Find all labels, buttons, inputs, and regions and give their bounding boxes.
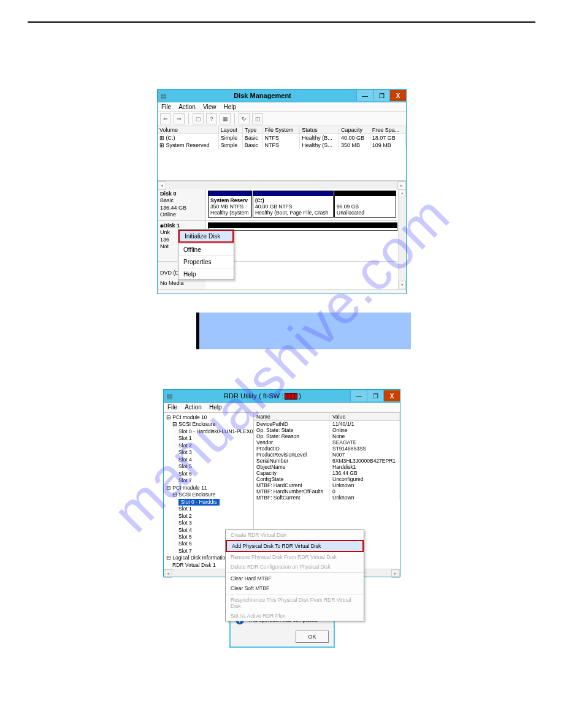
property-row[interactable]: Op. State: ReasonNone — [254, 433, 400, 439]
prop-value: None — [330, 433, 400, 439]
property-row[interactable]: ConfigStateUnconfigured — [254, 476, 400, 482]
property-row[interactable]: ObjectNameHarddisk1 — [254, 464, 400, 470]
scroll-right-icon[interactable]: ▸ — [391, 569, 400, 578]
scroll-left-icon[interactable]: ◂ — [158, 181, 166, 190]
tree-node[interactable]: ⊟ PCI module 11 — [166, 485, 252, 491]
scroll-down-icon[interactable]: ▾ — [399, 281, 406, 289]
property-row[interactable]: ProductRevisionLevelN007 — [254, 452, 400, 458]
col-name[interactable]: Name — [254, 413, 330, 421]
menu-action[interactable]: Action — [185, 404, 202, 411]
vertical-scrollbar[interactable]: ▴ ▾ — [398, 189, 406, 289]
tree-node[interactable]: Slot 6 — [166, 471, 252, 477]
scroll-left-icon[interactable]: ◂ — [164, 569, 172, 578]
disk-size: 136.44 GB — [160, 205, 203, 211]
property-row[interactable]: Capacity136.44 GB — [254, 470, 400, 476]
tree-node[interactable]: Slot 2 — [166, 442, 252, 449]
refresh-icon[interactable]: ↻ — [239, 113, 250, 124]
app-icon: ▤ — [158, 93, 169, 99]
titlebar[interactable]: ▤ RDR Utility ( ft-SW : ) — ❐ X — [164, 390, 400, 403]
col-value[interactable]: Value — [330, 413, 400, 421]
prop-name: DevicePathID — [254, 421, 330, 428]
property-row[interactable]: MTBF: HardNumberOfFaults0 — [254, 488, 400, 495]
property-row[interactable]: DevicePathID11/40/1/1 — [254, 421, 400, 428]
minimize-button[interactable]: — — [350, 390, 367, 401]
scroll-right-icon[interactable]: ▸ — [397, 181, 406, 190]
refresh-icon[interactable]: ? — [206, 113, 217, 124]
disk0-label[interactable]: Disk 0 Basic 136.44 GB Online — [158, 189, 206, 220]
prop-value: 6XM3HL3J0000B427EPR1 — [330, 458, 400, 464]
tree-node[interactable]: Slot 0 - Harddis — [166, 499, 252, 506]
menu-item: Remove Physical Disk From RDR Virtual Di… — [226, 552, 364, 562]
partition-c[interactable]: (C:) 40.00 GB NTFS Healthy (Boot, Page F… — [253, 191, 334, 218]
minimize-button[interactable]: — — [356, 90, 373, 101]
col-layout[interactable]: Layout — [218, 126, 242, 134]
settings-icon[interactable]: ◫ — [252, 113, 263, 124]
maximize-button[interactable]: ❐ — [367, 390, 383, 401]
close-button[interactable]: X — [383, 390, 400, 401]
rdr-context-menu: Create RDR Virtual DiskAdd Physical Disk… — [225, 529, 364, 621]
menu-file[interactable]: File — [167, 404, 177, 411]
property-row[interactable]: Op. State: StateOnline — [254, 427, 400, 433]
prop-name: MTBF: HardNumberOfFaults — [254, 488, 330, 495]
col-type[interactable]: Type — [242, 126, 262, 134]
tree-node[interactable]: ⊟ PCI module 10 — [166, 414, 252, 421]
cell-fs: NTFS — [262, 142, 300, 149]
menu-help[interactable]: Help — [223, 104, 236, 110]
close-button[interactable]: X — [389, 90, 406, 101]
col-volume[interactable]: Volume — [158, 126, 218, 134]
menu-item[interactable]: Clear Hard MTBF — [226, 574, 364, 583]
menu-item[interactable]: Clear Soft MTBF — [226, 583, 364, 593]
menu-item[interactable]: Add Physical Disk To RDR Virtual Disk — [226, 540, 364, 552]
tree-node[interactable]: Slot 7 — [166, 477, 252, 484]
toolbar-icon[interactable]: ▢ — [193, 113, 204, 124]
menu-action[interactable]: Action — [178, 104, 196, 110]
col-status[interactable]: Status — [300, 126, 339, 134]
col-free[interactable]: Free Spa... — [370, 126, 405, 134]
disk1-bar[interactable] — [208, 222, 397, 231]
part-title: System Reserv — [210, 197, 248, 203]
maximize-button[interactable]: ❐ — [373, 90, 389, 101]
tree-node[interactable]: ⊟ SCSI Enclosure — [166, 421, 252, 428]
tree-node[interactable]: Slot 3 — [166, 520, 252, 526]
col-capacity[interactable]: Capacity — [339, 126, 370, 134]
property-row[interactable]: MTBF: SoftCurrentUnknown — [254, 495, 400, 501]
back-icon[interactable]: ⇐ — [160, 113, 171, 124]
titlebar[interactable]: ▤ Disk Management — ❐ X — [158, 89, 406, 102]
toolbar-icon[interactable]: ▦ — [220, 113, 231, 124]
volume-row[interactable]: ⊞ System Reserved Simple Basic NTFS Heal… — [158, 142, 406, 149]
tree-node[interactable]: Slot 5 — [166, 463, 252, 470]
menu-offline[interactable]: Offline — [178, 245, 234, 255]
horizontal-scrollbar[interactable]: ◂ ▸ — [158, 181, 406, 189]
legend-strip — [158, 289, 406, 294]
prop-name: ObjectName — [254, 464, 330, 470]
menu-help[interactable]: Help — [209, 404, 222, 411]
tree-node[interactable]: Slot 3 — [166, 449, 252, 456]
partition-unallocated[interactable]: 96.09 GB Unallocated — [334, 191, 396, 218]
menu-help[interactable]: Help — [178, 269, 234, 279]
property-row[interactable]: SerialNumber6XM3HL3J0000B427EPR1 — [254, 458, 400, 464]
property-row[interactable]: ProductIDST9146853SS — [254, 446, 400, 452]
tree-node[interactable]: Slot 0 - Harddisk0-LUN1-PLEX0 — [166, 428, 252, 435]
cell-layout: Simple — [218, 142, 242, 149]
menu-initialize-disk[interactable]: Initialize Disk — [178, 230, 234, 243]
prop-value: 11/40/1/1 — [330, 421, 400, 428]
tree-node[interactable]: Slot 1 — [166, 435, 252, 442]
property-row[interactable]: MTBF: HardCurrentUnknown — [254, 482, 400, 488]
partition-system-reserved[interactable]: System Reserv 350 MB NTFS Healthy (Syste… — [208, 191, 252, 218]
disk-type: Basic — [160, 197, 203, 204]
forward-icon[interactable]: ⇒ — [174, 113, 185, 124]
menu-file[interactable]: File — [161, 104, 171, 110]
scroll-up-icon[interactable]: ▴ — [399, 189, 406, 197]
property-row[interactable]: VendorSEAGATE — [254, 439, 400, 446]
ok-button[interactable]: OK — [296, 631, 329, 643]
menu-view[interactable]: View — [203, 104, 216, 110]
tree-node[interactable]: Slot 1 — [166, 506, 252, 512]
col-fs[interactable]: File System — [262, 126, 300, 134]
tree-node[interactable]: ⊟ SCSI Enclosure — [166, 491, 252, 498]
prop-value: Harddisk1 — [330, 464, 400, 470]
menu-properties[interactable]: Properties — [178, 257, 234, 267]
prop-value: Online — [330, 427, 400, 433]
tree-node[interactable]: Slot 2 — [166, 513, 252, 520]
volume-row[interactable]: ⊞ (C:) Simple Basic NTFS Healthy (B... 4… — [158, 134, 406, 142]
tree-node[interactable]: Slot 4 — [166, 457, 252, 463]
